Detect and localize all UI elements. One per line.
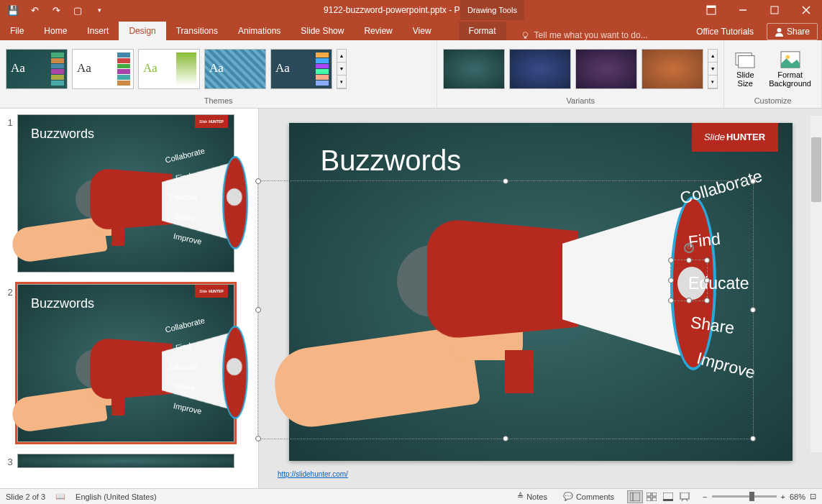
variant-option[interactable] [443, 49, 505, 89]
tab-file[interactable]: File [0, 22, 34, 40]
work-area: 1 Buzzwords SlideHUNTER Collaborate Find… [0, 109, 822, 488]
office-tutorials-link[interactable]: Office Tutorials [696, 27, 754, 37]
redo-button[interactable]: ↷ [46, 1, 66, 19]
tell-me-search[interactable]: Tell me what you want to do... [506, 30, 697, 40]
group-selection-box[interactable] [257, 180, 754, 439]
qat-customize[interactable]: ▾ [89, 1, 109, 19]
theme-option[interactable]: Aa [6, 49, 68, 89]
svg-rect-18 [652, 498, 657, 501]
slide-thumbnail[interactable] [17, 454, 234, 468]
theme-option[interactable]: Aa [138, 49, 200, 89]
save-button[interactable]: 💾 [3, 1, 23, 19]
svg-rect-16 [652, 492, 657, 496]
svg-point-12 [785, 55, 790, 60]
svg-point-6 [523, 32, 528, 37]
reading-view-button[interactable] [660, 490, 676, 503]
minimize-button[interactable] [727, 0, 759, 20]
zoom-in-button[interactable]: + [781, 492, 785, 501]
zoom-level[interactable]: 68% [790, 492, 805, 501]
resize-handle[interactable] [255, 436, 261, 441]
resize-handle[interactable] [503, 436, 508, 441]
tab-home[interactable]: Home [34, 22, 77, 40]
customize-group: Slide Size Format Background Customize [724, 40, 822, 108]
tab-design[interactable]: Design [119, 22, 165, 40]
normal-view-button[interactable] [627, 490, 643, 503]
slide-title[interactable]: Buzzwords [321, 145, 462, 177]
resize-handle[interactable] [750, 178, 756, 184]
slide-size-icon [734, 50, 756, 69]
svg-rect-21 [680, 492, 689, 499]
source-link[interactable]: http://slidehunter.com/ [278, 470, 348, 478]
resize-handle[interactable] [503, 178, 508, 184]
themes-dropdown[interactable]: ▲▼▾ [337, 49, 347, 89]
language-status[interactable]: English (United States) [76, 492, 157, 501]
slideshow-view-button[interactable] [677, 490, 693, 503]
notes-button[interactable]: ≜ Notes [514, 490, 550, 503]
sorter-view-button[interactable] [644, 490, 659, 503]
svg-rect-3 [771, 6, 778, 14]
tab-slideshow[interactable]: Slide Show [291, 22, 354, 40]
tab-review[interactable]: Review [354, 22, 402, 40]
zoom-out-button[interactable]: − [703, 492, 707, 501]
person-icon [775, 27, 784, 37]
vertical-scrollbar[interactable] [810, 116, 822, 452]
slide-number: 3 [3, 454, 17, 468]
svg-rect-7 [524, 37, 526, 38]
svg-point-8 [777, 28, 781, 32]
zoom-slider[interactable] [712, 495, 777, 498]
slide-thumbnail[interactable]: Buzzwords SlideHUNTER Collaborate Find E… [17, 284, 234, 442]
resize-handle[interactable] [255, 307, 261, 313]
theme-option[interactable]: Aa [270, 49, 332, 89]
themes-group: Aa Aa Aa Aa Aa ▲▼▾ Themes [0, 40, 437, 108]
variants-dropdown[interactable]: ▲▼▾ [708, 49, 718, 89]
resize-handle[interactable] [255, 178, 261, 184]
slide-canvas[interactable]: Buzzwords SlideHUNTER Collaborate Find E… [289, 123, 793, 461]
comments-button[interactable]: 💬 Comments [560, 490, 617, 503]
tab-format[interactable]: Format [459, 22, 506, 40]
start-from-beginning-button[interactable]: ▢ [68, 1, 88, 19]
undo-button[interactable]: ↶ [24, 1, 45, 19]
zoom-controls: − + 68% ⊡ [703, 492, 816, 501]
title-bar: 💾 ↶ ↷ ▢ ▾ 9122-buzzword-powerpoint.pptx … [0, 0, 822, 20]
slide-thumbnail[interactable]: Buzzwords SlideHUNTER Collaborate Find E… [17, 114, 234, 272]
tab-transitions[interactable]: Transitions [166, 22, 228, 40]
variant-option[interactable] [575, 49, 637, 89]
ribbon-tabs: File Home Insert Design Transitions Anim… [0, 20, 822, 40]
variants-group: ▲▼▾ Variants [437, 40, 724, 108]
spellcheck-icon[interactable]: 📖 [55, 492, 65, 501]
svg-rect-17 [647, 498, 651, 501]
status-bar: Slide 2 of 3 📖 English (United States) ≜… [0, 488, 822, 504]
format-background-button[interactable]: Format Background [764, 49, 816, 89]
maximize-button[interactable] [759, 0, 790, 20]
ribbon: Aa Aa Aa Aa Aa ▲▼▾ Themes ▲▼▾ Variants S… [0, 40, 822, 109]
scrollbar-thumb[interactable] [811, 137, 821, 202]
lightbulb-icon [521, 31, 530, 40]
svg-rect-10 [739, 55, 754, 68]
zoom-handle[interactable] [749, 492, 754, 501]
quick-access-toolbar: 💾 ↶ ↷ ▢ ▾ [0, 1, 109, 19]
tab-insert[interactable]: Insert [77, 22, 119, 40]
ribbon-options-button[interactable] [695, 0, 727, 20]
variant-option[interactable] [641, 49, 703, 89]
slides-panel[interactable]: 1 Buzzwords SlideHUNTER Collaborate Find… [0, 109, 259, 488]
canvas-area: Buzzwords SlideHUNTER Collaborate Find E… [259, 109, 822, 488]
window-controls [695, 0, 822, 20]
resize-handle[interactable] [750, 436, 756, 441]
tab-view[interactable]: View [403, 22, 442, 40]
theme-option[interactable]: Aa [204, 49, 266, 89]
slide-counter[interactable]: Slide 2 of 3 [6, 492, 45, 501]
svg-rect-20 [663, 499, 673, 501]
format-background-icon [780, 50, 801, 69]
theme-option[interactable]: Aa [72, 49, 134, 89]
logo-ribbon[interactable]: SlideHUNTER [692, 123, 778, 152]
resize-handle[interactable] [750, 307, 756, 313]
close-button[interactable] [790, 0, 822, 20]
variant-option[interactable] [509, 49, 571, 89]
slide-size-button[interactable]: Slide Size [730, 49, 760, 89]
share-button[interactable]: Share [767, 23, 818, 40]
fit-to-window-button[interactable]: ⊡ [810, 492, 816, 501]
tab-animations[interactable]: Animations [228, 22, 291, 40]
svg-rect-15 [647, 492, 651, 496]
contextual-tab-label: Drawing Tools [460, 0, 524, 20]
svg-rect-1 [707, 6, 716, 8]
